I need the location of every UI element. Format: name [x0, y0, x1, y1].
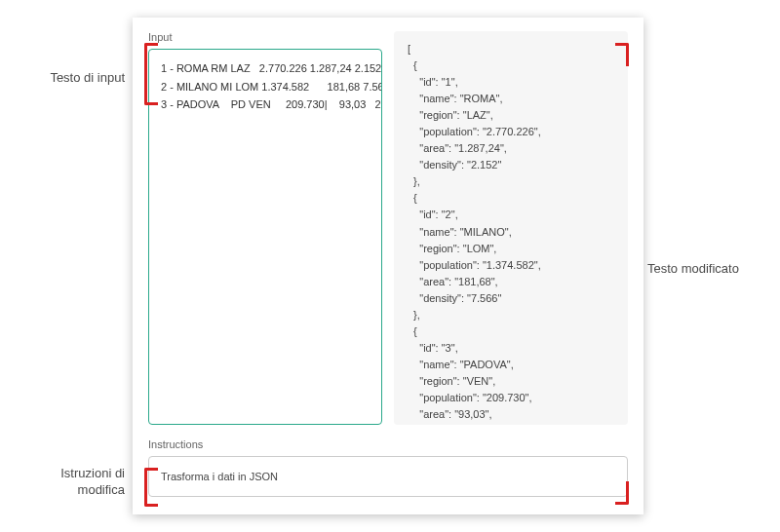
output-textarea: [ { "id": "1", "name": "ROMA", "region":…: [394, 31, 628, 425]
output-column: [ { "id": "1", "name": "ROMA", "region":…: [394, 31, 628, 425]
bracket-output-top-icon: [615, 43, 629, 66]
instructions-section: Instructions Trasforma i dati in JSON: [148, 438, 628, 497]
annotation-input: Testo di input: [0, 70, 125, 85]
bracket-output-bottom-icon: [615, 481, 629, 505]
editor-panel: Input 1 - ROMA RM LAZ 2.770.226 1.287,24…: [133, 18, 644, 514]
top-area: Input 1 - ROMA RM LAZ 2.770.226 1.287,24…: [148, 31, 628, 425]
instructions-input[interactable]: Trasforma i dati in JSON: [148, 456, 628, 497]
annotation-output: Testo modificato: [647, 261, 774, 276]
instructions-label: Instructions: [148, 438, 628, 450]
input-textarea[interactable]: 1 - ROMA RM LAZ 2.770.226 1.287,24 2.152…: [148, 49, 382, 425]
annotation-instructions: Istruzioni di modifica: [0, 466, 125, 499]
input-label: Input: [148, 31, 382, 43]
bracket-input-icon: [144, 43, 158, 105]
input-column: Input 1 - ROMA RM LAZ 2.770.226 1.287,24…: [148, 31, 382, 425]
bracket-instructions-icon: [144, 468, 158, 507]
